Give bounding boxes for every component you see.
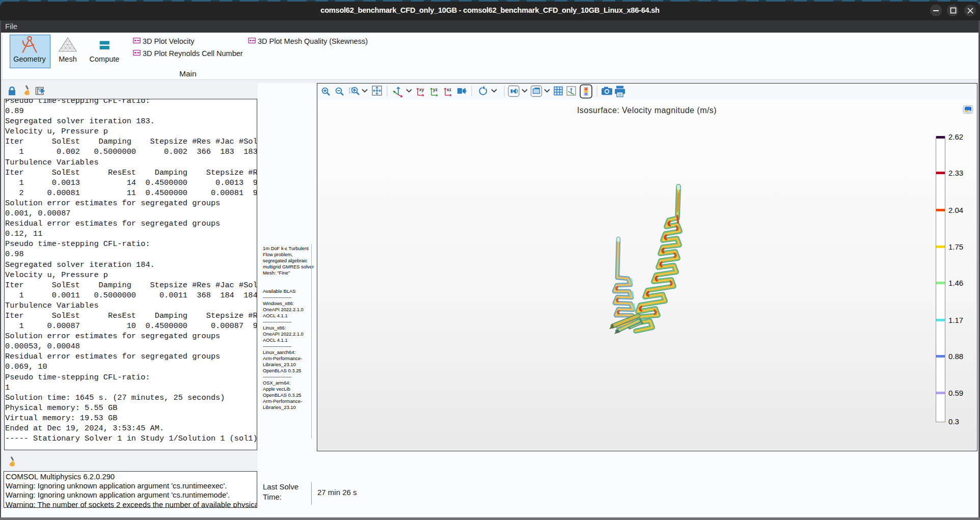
svg-text:xz: xz [447,87,451,92]
svg-text:xy: xy [419,87,424,92]
svg-text:yz: yz [433,87,438,92]
